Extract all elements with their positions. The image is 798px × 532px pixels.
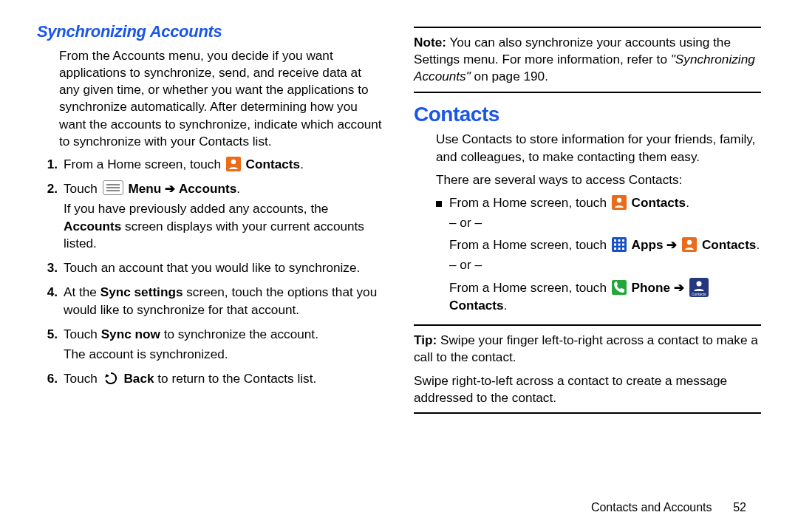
- svg-rect-12: [618, 248, 620, 250]
- left-column: Synchronizing Accounts From the Accounts…: [37, 21, 384, 420]
- footer-section: Contacts and Accounts: [591, 501, 712, 514]
- text: on page 190.: [474, 69, 548, 83]
- contacts-icon: [612, 195, 627, 210]
- label-back: Back: [123, 371, 154, 386]
- access-way: From a Home screen, touch Contacts. – or…: [429, 194, 761, 314]
- divider: [414, 412, 761, 414]
- sync-intro: From the Accounts menu, you decide if yo…: [37, 47, 384, 150]
- step-5-detail: The account is synchronized.: [64, 346, 384, 363]
- label-accounts: Accounts: [64, 219, 121, 233]
- step-number: 5.: [37, 326, 64, 363]
- svg-rect-10: [622, 243, 624, 245]
- svg-rect-13: [622, 248, 624, 250]
- step-body: Touch an account that you would like to …: [64, 259, 384, 276]
- bullet: [429, 194, 449, 314]
- svg-rect-8: [614, 243, 616, 245]
- svg-point-4: [617, 198, 621, 202]
- contacts-tab-icon: Contacts: [689, 278, 709, 297]
- step-body: From a Home screen, touch Contacts.: [64, 156, 384, 173]
- label-apps: Apps: [632, 237, 664, 252]
- text: .: [504, 298, 508, 313]
- label-phone: Phone: [632, 280, 671, 295]
- tip-label: Tip:: [414, 332, 437, 347]
- step-number: 1.: [37, 156, 64, 173]
- text: From a Home screen, touch: [64, 157, 221, 171]
- svg-point-0: [231, 160, 236, 164]
- text: .: [686, 195, 689, 210]
- back-icon: [103, 371, 119, 386]
- note-block: Note: You can also synchronize your acco…: [414, 34, 761, 86]
- svg-rect-9: [618, 243, 620, 245]
- step-body: Touch Back to return to the Contacts lis…: [64, 370, 384, 387]
- text: .: [300, 157, 304, 171]
- menu-icon: [103, 180, 123, 195]
- step-number: 3.: [37, 259, 64, 276]
- svg-rect-3: [106, 190, 120, 191]
- label-contacts: Contacts: [449, 298, 504, 313]
- icon-caption: Contacts: [689, 293, 709, 296]
- tip-block: Tip: Swipe your finger left-to-right acr…: [414, 332, 761, 366]
- arrow-icon: ➔: [674, 280, 684, 295]
- contacts-intro-1: Use Contacts to store information for yo…: [414, 131, 761, 165]
- text: to return to the Contacts list.: [157, 371, 316, 386]
- text: .: [236, 181, 240, 196]
- or-separator: – or –: [449, 256, 761, 273]
- divider: [414, 27, 761, 28]
- note-label: Note:: [414, 35, 446, 50]
- heading-synchronizing-accounts: Synchronizing Accounts: [37, 21, 384, 43]
- svg-rect-11: [614, 248, 616, 250]
- step-body: Touch Menu ➔ Accounts. If you have previ…: [64, 180, 384, 252]
- arrow-icon: ➔: [165, 181, 175, 196]
- divider: [414, 92, 761, 93]
- step-body: Touch Sync now to synchronize the accoun…: [64, 326, 384, 363]
- step-2: 2. Touch Menu ➔ Accounts. If you have pr…: [37, 180, 384, 252]
- text: Swipe your finger left-to-right across a…: [414, 332, 758, 364]
- manual-page: Synchronizing Accounts From the Accounts…: [0, 0, 798, 532]
- label-contacts: Contacts: [246, 157, 301, 171]
- step-3: 3. Touch an account that you would like …: [37, 259, 384, 276]
- svg-rect-6: [618, 239, 620, 242]
- or-separator: – or –: [449, 214, 761, 231]
- footer-page-number: 52: [715, 499, 746, 516]
- svg-point-15: [696, 281, 701, 286]
- apps-icon: [612, 237, 627, 252]
- svg-rect-5: [614, 239, 616, 242]
- step-body: At the Sync settings screen, touch the o…: [64, 284, 384, 318]
- two-column-layout: Synchronizing Accounts From the Accounts…: [0, 0, 798, 420]
- label-accounts: Accounts: [179, 181, 236, 196]
- text: At the: [64, 284, 97, 299]
- text: Touch: [64, 371, 98, 386]
- label-sync-now: Sync now: [101, 327, 160, 341]
- step-number: 4.: [37, 284, 64, 318]
- arrow-icon: ➔: [666, 237, 677, 252]
- step-5: 5. Touch Sync now to synchronize the acc…: [37, 326, 384, 363]
- page-footer: Contacts and Accounts 52: [591, 499, 746, 516]
- label-sync-settings: Sync settings: [100, 284, 183, 299]
- svg-point-14: [687, 239, 692, 244]
- label-menu: Menu: [128, 181, 161, 196]
- contacts-intro-2: There are several ways to access Contact…: [414, 171, 761, 188]
- right-column: Note: You can also synchronize your acco…: [414, 21, 761, 420]
- sync-steps: 1. From a Home screen, touch Contacts. 2…: [37, 156, 384, 387]
- step-4: 4. At the Sync settings screen, touch th…: [37, 284, 384, 318]
- svg-rect-1: [106, 184, 120, 185]
- text: From a Home screen, touch: [449, 237, 607, 252]
- label-contacts: Contacts: [702, 237, 757, 252]
- list-body: From a Home screen, touch Contacts. – or…: [449, 194, 761, 314]
- svg-rect-7: [622, 239, 624, 242]
- text: From a Home screen, touch: [449, 195, 607, 210]
- contacts-icon: [682, 237, 697, 252]
- heading-contacts: Contacts: [414, 100, 761, 129]
- text: Touch: [64, 327, 98, 341]
- step-1: 1. From a Home screen, touch Contacts.: [37, 156, 384, 173]
- text: If you have previously added any account…: [64, 201, 328, 216]
- step-number: 2.: [37, 180, 64, 252]
- step-2-detail: If you have previously added any account…: [64, 200, 384, 252]
- divider: [414, 324, 761, 326]
- text: .: [756, 237, 760, 252]
- text: Touch: [64, 181, 98, 196]
- text: to synchronize the account.: [164, 327, 318, 341]
- text: From a Home screen, touch: [449, 280, 607, 295]
- label-contacts: Contacts: [632, 195, 686, 210]
- step-6: 6. Touch Back to return to the Contacts …: [37, 370, 384, 387]
